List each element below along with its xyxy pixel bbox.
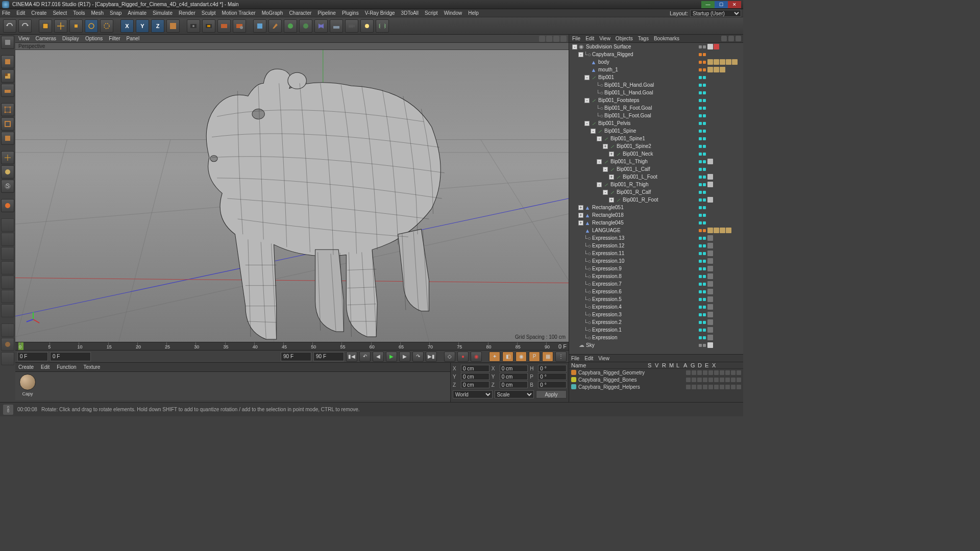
object-name[interactable]: Expression.6	[592, 289, 697, 294]
expand-toggle[interactable]: -	[572, 44, 577, 49]
ommenu-tags[interactable]: Tags	[638, 36, 649, 41]
menu-snap[interactable]: Snap	[110, 10, 121, 16]
viewport-3d[interactable]: Grid Spacing : 100 cm	[15, 50, 569, 342]
go-start-button[interactable]: ▮◀	[346, 352, 357, 362]
tree-row[interactable]: -⟋Bip001_Pelvis	[569, 119, 743, 127]
visibility-dots[interactable]	[697, 145, 707, 148]
tree-row[interactable]: └○Bip001_R_Hand.Goal	[569, 81, 743, 89]
expand-toggle[interactable]: -	[597, 136, 602, 141]
points-mode-button[interactable]	[1, 103, 14, 116]
tree-row[interactable]: -└○Capybara_Rigged	[569, 51, 743, 58]
object-name[interactable]: Bip001_R_Foot	[623, 197, 697, 203]
object-name[interactable]: Expression.13	[592, 235, 697, 241]
y-axis-button[interactable]: Y	[136, 19, 149, 33]
object-tags[interactable]	[707, 319, 743, 325]
edges-mode-button[interactable]	[1, 117, 14, 131]
object-name[interactable]: mouth_1	[598, 67, 697, 72]
visibility-dots[interactable]	[697, 344, 707, 347]
object-tags[interactable]	[707, 281, 743, 287]
visibility-dots[interactable]	[697, 260, 707, 263]
tree-row[interactable]: └○Expression.11	[569, 249, 743, 257]
ommenu-edit[interactable]: Edit	[585, 36, 594, 41]
timeline-ruler[interactable]: 0 F 051015202530354045505560657075808590	[15, 342, 569, 350]
tree-row[interactable]: -⟋Bip001_R_Calf	[569, 188, 743, 196]
tree-row[interactable]: -⟋Bip001_Spine1	[569, 135, 743, 142]
ommenu-file[interactable]: File	[572, 36, 580, 41]
visibility-dots[interactable]	[697, 53, 707, 56]
visibility-dots[interactable]	[697, 176, 707, 179]
pos-key-button[interactable]: ✦	[489, 352, 500, 362]
menu-file[interactable]: File	[2, 10, 10, 16]
object-name[interactable]: Rectangle045	[592, 220, 697, 226]
coord-system-button[interactable]	[166, 19, 180, 33]
object-name[interactable]: Bip001_Spine1	[610, 136, 697, 141]
ommenu-view[interactable]: View	[599, 36, 610, 41]
tree-row[interactable]: +▲Rectangle051	[569, 204, 743, 211]
visibility-dots[interactable]	[697, 168, 707, 171]
visibility-dots[interactable]	[697, 275, 707, 278]
menu-edit[interactable]: Edit	[16, 10, 25, 16]
layer-row[interactable]: Capybara_Rigged_Bones	[569, 376, 743, 383]
vpmenu-display[interactable]: Display	[62, 36, 79, 41]
object-name[interactable]: Bip001_R_Hand.Goal	[604, 82, 697, 88]
render-pv-button[interactable]	[217, 19, 231, 33]
expand-toggle[interactable]: +	[578, 220, 583, 226]
tree-row[interactable]: -⟋Bip001	[569, 73, 743, 81]
polygons-mode-button[interactable]	[1, 132, 14, 145]
visibility-dots[interactable]	[697, 122, 707, 125]
visibility-dots[interactable]	[697, 198, 707, 202]
visibility-dots[interactable]	[697, 313, 707, 316]
play-button[interactable]: ▶	[386, 352, 397, 362]
object-manager-tree[interactable]: -◉Subdivision Surface-└○Capybara_Rigged▲…	[569, 43, 743, 354]
matmenu-function[interactable]: Function	[57, 364, 76, 370]
keyframe-sel-button[interactable]: ◉	[471, 352, 482, 362]
add-light-button[interactable]	[360, 19, 374, 33]
om-flat-icon[interactable]	[728, 36, 734, 41]
misc3-button[interactable]	[1, 290, 14, 303]
visibility-dots[interactable]	[697, 160, 707, 163]
object-name[interactable]: Bip001_L_Foot.Goal	[604, 113, 697, 118]
object-name[interactable]: Expression.1	[592, 327, 697, 333]
object-name[interactable]: Bip001_L_Foot	[623, 174, 697, 180]
object-name[interactable]: Capybara_Rigged	[592, 52, 697, 57]
visibility-dots[interactable]	[697, 183, 707, 186]
expand-toggle[interactable]: -	[597, 182, 602, 187]
coord-mode-select[interactable]: World	[453, 390, 493, 398]
object-tags[interactable]	[707, 251, 743, 256]
object-name[interactable]: Bip001_L_Calf	[617, 166, 697, 172]
visibility-dots[interactable]	[697, 214, 707, 217]
misc4-button[interactable]	[1, 304, 14, 317]
object-tags[interactable]	[707, 273, 743, 279]
pos-field[interactable]: 0 cm	[461, 365, 489, 372]
window-minimize-button[interactable]: —	[701, 1, 715, 8]
visibility-dots[interactable]	[697, 267, 707, 270]
misc5-button[interactable]	[1, 323, 14, 337]
expand-toggle[interactable]: -	[603, 190, 608, 195]
vp-icon-4[interactable]	[560, 36, 567, 42]
undo-button[interactable]	[3, 19, 16, 33]
make-editable-button[interactable]	[1, 36, 14, 49]
workplane-button[interactable]	[1, 84, 14, 97]
window-close-button[interactable]: ✕	[728, 1, 741, 8]
menu-v-ray-bridge[interactable]: V-Ray Bridge	[365, 10, 395, 16]
material-swatch[interactable]: Capy	[17, 374, 38, 396]
object-name[interactable]: Bip001_R_Foot.Goal	[604, 105, 697, 111]
tree-row[interactable]: └○Expression.5	[569, 295, 743, 303]
tree-row[interactable]: └○Expression.4	[569, 303, 743, 311]
object-name[interactable]: Subdivision Surface	[586, 44, 697, 49]
expand-toggle[interactable]: -	[584, 121, 590, 126]
start-frame-field[interactable]: 0 F	[50, 352, 91, 361]
visibility-dots[interactable]	[697, 306, 707, 309]
tree-row[interactable]: -⟋Bip001_R_Thigh	[569, 181, 743, 188]
menu-character[interactable]: Character	[289, 10, 311, 16]
expand-toggle[interactable]: +	[609, 152, 614, 157]
object-tags[interactable]	[707, 235, 743, 241]
visibility-dots[interactable]	[697, 68, 707, 71]
visibility-dots[interactable]	[697, 321, 707, 324]
viewport-solo-button[interactable]	[1, 218, 14, 232]
object-name[interactable]: Bip001_Pelvis	[598, 120, 697, 126]
tree-row[interactable]: +⟋Bip001_R_Foot	[569, 196, 743, 204]
tree-row[interactable]: +⟋Bip001_Spine2	[569, 142, 743, 150]
object-tags[interactable]	[707, 59, 743, 65]
visibility-dots[interactable]	[697, 229, 707, 232]
